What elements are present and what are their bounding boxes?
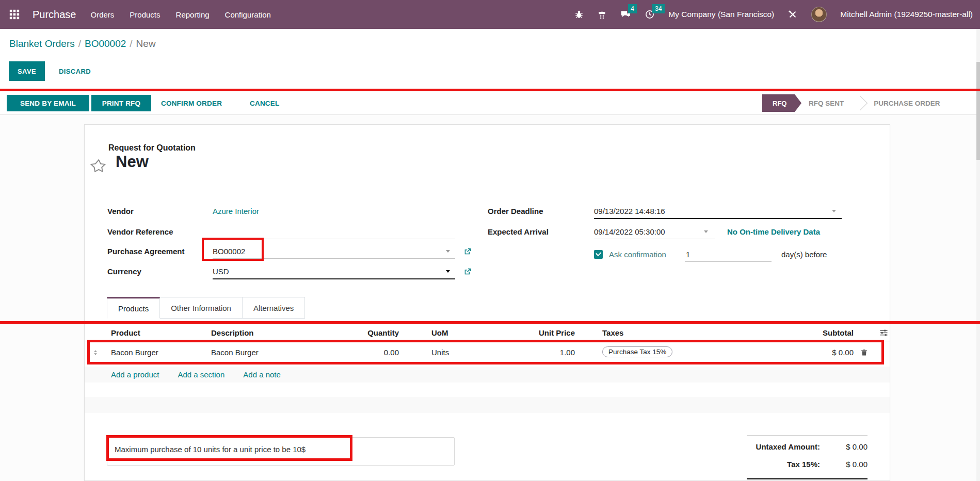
form-sheet: Request for Quotation New Vendor Azure I… xyxy=(84,124,890,481)
order-lines-header: Product Description Quantity UoM Unit Pr… xyxy=(85,325,890,341)
row-product[interactable]: Bacon Burger xyxy=(111,348,158,357)
main-menu: Orders Products Reporting Configuration xyxy=(91,10,271,19)
header-unit-price[interactable]: Unit Price xyxy=(503,328,575,337)
bug-icon[interactable] xyxy=(574,10,584,19)
row-quantity[interactable]: 0.00 xyxy=(332,348,399,357)
header-uom[interactable]: UoM xyxy=(431,328,448,337)
tax-row: Tax 15%: $ 0.00 xyxy=(747,460,867,469)
tax-badge[interactable]: Purchase Tax 15% xyxy=(602,346,672,357)
purchase-agreement-label: Purchase Agreement xyxy=(107,247,185,256)
menu-orders[interactable]: Orders xyxy=(91,10,115,19)
expected-arrival-caret-icon[interactable] xyxy=(704,230,708,233)
tab-alternatives[interactable]: Alternatives xyxy=(243,297,305,319)
totals-divider xyxy=(747,435,867,436)
vertical-scrollbar[interactable] xyxy=(976,29,980,481)
header-description[interactable]: Description xyxy=(211,328,254,337)
discard-button[interactable]: DISCARD xyxy=(54,61,96,81)
systray: 4 34 My Company (San Francisco) Mitchell… xyxy=(574,7,973,22)
header-subtotal[interactable]: Subtotal xyxy=(771,328,854,337)
currency-underline xyxy=(213,278,455,279)
send-by-email-button[interactable]: SEND BY EMAIL xyxy=(7,95,89,111)
tax-value: $ 0.00 xyxy=(820,460,867,469)
expected-arrival-label: Expected Arrival xyxy=(488,227,549,236)
state-purchase-order[interactable]: PURCHASE ORDER xyxy=(874,99,940,107)
confirm-order-button[interactable]: CONFIRM ORDER xyxy=(155,95,228,111)
scrollbar-thumb[interactable] xyxy=(976,62,980,160)
vendor-field[interactable]: Azure Interior xyxy=(213,207,259,215)
on-time-delivery-link[interactable]: No On-time Delivery Data xyxy=(727,227,820,236)
company-switcher[interactable]: My Company (San Francisco) xyxy=(668,10,774,19)
activities-badge: 34 xyxy=(652,4,664,13)
menu-reporting[interactable]: Reporting xyxy=(176,10,210,19)
days-before-underline xyxy=(685,261,772,262)
order-deadline-label: Order Deadline xyxy=(488,207,543,215)
breadcrumb-current: New xyxy=(136,38,156,49)
tools-icon[interactable] xyxy=(788,9,798,20)
expected-arrival-field[interactable]: 09/14/2022 05:30:00 xyxy=(594,227,665,236)
ask-confirmation-checkbox[interactable] xyxy=(594,250,603,259)
order-deadline-caret-icon[interactable] xyxy=(832,210,836,212)
days-before-input[interactable]: 1 xyxy=(686,250,690,259)
add-a-note-link[interactable]: Add a note xyxy=(243,370,281,379)
table-row[interactable]: Bacon Burger Bacon Burger 0.00 Units 1.0… xyxy=(85,342,890,364)
annotation-line-table xyxy=(0,321,980,324)
user-avatar[interactable] xyxy=(811,7,827,22)
tab-products[interactable]: Products xyxy=(107,297,160,319)
notebook-tabs: Products Other Information Alternatives xyxy=(107,297,305,319)
user-menu[interactable]: Mitchell Admin (19249250-master-all) xyxy=(840,10,973,19)
terms-note-textarea[interactable]: Maximum purchase of 10 units for a unit … xyxy=(107,437,455,466)
breadcrumb-blanket-orders[interactable]: Blanket Orders xyxy=(9,38,75,49)
drag-handle-icon[interactable] xyxy=(92,349,99,358)
messages-badge: 4 xyxy=(628,4,637,13)
tab-other-information[interactable]: Other Information xyxy=(160,297,243,319)
save-button[interactable]: SAVE xyxy=(9,61,45,81)
state-rfq[interactable]: RFQ xyxy=(762,94,801,112)
header-quantity[interactable]: Quantity xyxy=(332,328,399,337)
total-row-divider xyxy=(747,478,867,479)
favorite-star-icon[interactable] xyxy=(90,158,106,176)
purchase-agreement-field[interactable]: BO00002 xyxy=(213,247,245,256)
messages-icon[interactable]: 4 xyxy=(620,9,631,20)
row-description[interactable]: Bacon Burger xyxy=(211,348,259,357)
document-title: New xyxy=(116,153,149,171)
row-uom[interactable]: Units xyxy=(431,348,449,357)
breadcrumb-separator: / xyxy=(130,38,132,49)
menu-products[interactable]: Products xyxy=(130,10,160,19)
currency-label: Currency xyxy=(107,267,141,276)
order-deadline-underline xyxy=(594,218,842,219)
state-pipeline: RFQ RFQ SENT PURCHASE ORDER xyxy=(762,94,940,112)
ask-confirmation-label[interactable]: Ask confirmation xyxy=(609,250,666,259)
days-before-suffix: day(s) before xyxy=(781,250,827,259)
print-rfq-button[interactable]: PRINT RFQ xyxy=(91,95,151,111)
state-rfq-sent[interactable]: RFQ SENT xyxy=(809,99,844,107)
breadcrumb-bo00002[interactable]: BO00002 xyxy=(85,38,126,49)
purchase-agreement-external-link-icon[interactable] xyxy=(463,247,472,256)
breadcrumb-separator: / xyxy=(78,38,81,49)
optional-columns-icon[interactable] xyxy=(879,328,888,339)
tax-label: Tax 15%: xyxy=(747,460,820,469)
header-taxes[interactable]: Taxes xyxy=(602,328,623,337)
purchase-agreement-underline xyxy=(213,258,455,259)
add-a-product-link[interactable]: Add a product xyxy=(111,370,159,379)
phone-icon[interactable] xyxy=(597,10,607,20)
app-title[interactable]: Purchase xyxy=(33,9,76,21)
cancel-button[interactable]: CANCEL xyxy=(244,95,285,111)
top-navbar: Purchase Orders Products Reporting Confi… xyxy=(0,0,980,29)
purchase-agreement-caret-icon[interactable] xyxy=(446,250,450,253)
trash-icon[interactable] xyxy=(860,349,868,358)
breadcrumb: Blanket Orders/BO00002/New xyxy=(9,38,156,49)
menu-configuration[interactable]: Configuration xyxy=(225,10,271,19)
add-line-row: Add a product Add a section Add a note xyxy=(85,367,890,383)
header-product[interactable]: Product xyxy=(111,328,140,337)
apps-grid-icon[interactable] xyxy=(9,9,20,20)
add-a-section-link[interactable]: Add a section xyxy=(178,370,224,379)
order-deadline-field[interactable]: 09/13/2022 14:48:16 xyxy=(594,207,665,215)
currency-field[interactable]: USD xyxy=(213,267,229,276)
row-unit-price[interactable]: 1.00 xyxy=(503,348,575,357)
activities-icon[interactable]: 34 xyxy=(645,9,655,20)
purchase-app-window: Purchase Orders Products Reporting Confi… xyxy=(0,0,980,481)
currency-caret-icon[interactable] xyxy=(446,270,450,273)
annotation-line-statusbar xyxy=(0,89,980,91)
untaxed-amount-label: Untaxed Amount: xyxy=(747,442,820,451)
currency-external-link-icon[interactable] xyxy=(463,268,472,276)
